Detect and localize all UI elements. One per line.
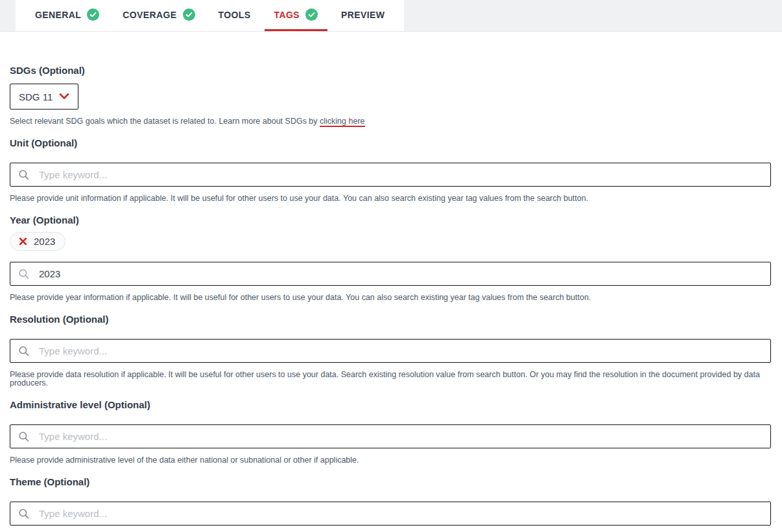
section-unit: Unit (Optional) Please provide unit info… [10, 138, 771, 203]
tab-tags[interactable]: TAGS [265, 0, 327, 31]
tab-general-label: GENERAL [35, 10, 81, 20]
tags-form: SDGs (Optional) SDG 11 Select relevant S… [0, 32, 782, 532]
unit-search-input[interactable] [10, 163, 771, 187]
admin-level-help: Please provide administrative level of t… [10, 456, 771, 465]
admin-level-label: Administrative level (Optional) [10, 400, 771, 410]
tab-preview[interactable]: PREVIEW [331, 0, 394, 31]
check-circle-icon [87, 8, 99, 21]
section-year: Year (Optional) 2023 Please provide year… [10, 215, 771, 302]
year-help: Please provide year information if appli… [10, 294, 771, 302]
section-theme: Theme (Optional) Please select any theme… [10, 477, 771, 532]
theme-label: Theme (Optional) [10, 477, 771, 487]
tab-tools-label: TOOLS [219, 10, 251, 20]
tab-coverage-label: COVERAGE [123, 10, 176, 20]
sdg-select[interactable]: SDG 11 [10, 84, 78, 110]
tab-tags-label: TAGS [274, 10, 300, 20]
unit-label: Unit (Optional) [10, 138, 771, 148]
section-sdgs: SDGs (Optional) SDG 11 Select relevant S… [10, 65, 771, 126]
year-search-input[interactable] [10, 262, 771, 286]
year-label: Year (Optional) [10, 215, 771, 226]
wizard-tabbar: GENERAL COVERAGE TOOLS TAGS PREVIEW [0, 0, 782, 32]
tab-general[interactable]: GENERAL [25, 0, 109, 31]
year-chip-value: 2023 [34, 236, 55, 247]
tab-coverage[interactable]: COVERAGE [113, 0, 204, 31]
close-icon[interactable] [19, 237, 27, 246]
sdgs-help: Select relevant SDG goals which the data… [10, 117, 771, 126]
tab-tools[interactable]: TOOLS [209, 0, 261, 31]
tabs-strip: GENERAL COVERAGE TOOLS TAGS PREVIEW [16, 0, 404, 31]
year-tag-chip: 2023 [10, 232, 65, 251]
unit-help: Please provide unit information if appli… [10, 194, 771, 203]
resolution-search-input[interactable] [10, 339, 771, 363]
resolution-label: Resolution (Optional) [10, 314, 771, 325]
sdg-selected-value: SDG 11 [19, 91, 53, 102]
sdgs-learn-more-link[interactable]: clicking here [320, 117, 364, 127]
section-resolution: Resolution (Optional) Please provide dat… [10, 314, 771, 387]
check-circle-icon [305, 8, 318, 21]
resolution-help: Please provide data resolution if applic… [10, 371, 771, 387]
chevron-down-icon [59, 93, 69, 100]
check-circle-icon [183, 8, 195, 21]
admin-level-search-input[interactable] [10, 424, 771, 448]
sdgs-help-text: Select relevant SDG goals which the data… [10, 117, 320, 126]
tab-preview-label: PREVIEW [341, 10, 385, 20]
theme-search-input[interactable] [10, 502, 771, 526]
sdgs-label: SDGs (Optional) [10, 65, 771, 76]
section-admin-level: Administrative level (Optional) Please p… [10, 400, 771, 465]
